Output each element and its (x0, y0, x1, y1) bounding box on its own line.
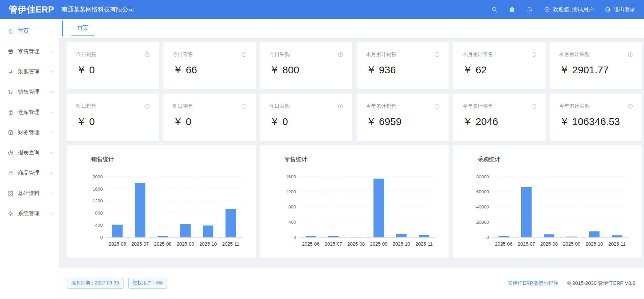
sidebar-item-label: 商品管理 (18, 170, 39, 177)
swap-icon (7, 69, 14, 75)
svg-text:2025-08: 2025-08 (347, 241, 365, 247)
bell-icon[interactable] (526, 6, 533, 13)
app-logo: 管伊佳ERP (0, 4, 59, 16)
stat-cards-grid: 今日销售￥ 0今日零售￥ 66今日采购￥ 800本月累计销售￥ 936本月累计零… (67, 42, 642, 141)
stat-card-head: 本月累计销售 (366, 51, 440, 58)
stat-card-label: 今年累计采购 (559, 103, 590, 109)
footer-badge: 服务到期：2027-09-30 (67, 278, 123, 289)
finance-icon (7, 129, 14, 136)
info-icon[interactable] (338, 103, 343, 109)
stat-card-value: ￥ 6959 (366, 115, 440, 129)
logout-label: 退出登录 (614, 6, 635, 13)
chart-panel-1: 销售统计04008001200160020002025-062025-07202… (67, 145, 256, 257)
tab-home[interactable]: 首页 (72, 21, 94, 36)
svg-text:2025-07: 2025-07 (325, 241, 342, 247)
topbar-actions: 欢迎您, 测试用户 退出登录 (491, 6, 644, 13)
svg-text:2025-08: 2025-08 (540, 241, 558, 247)
svg-text:2025-09: 2025-09 (370, 241, 387, 247)
stat-card: 今日采购￥ 800 (260, 42, 352, 89)
info-icon[interactable] (627, 103, 633, 109)
info-icon[interactable] (627, 52, 633, 57)
stat-card-label: 今日零售 (173, 51, 193, 58)
sidebar-item-cart[interactable]: 销售管理 (0, 82, 59, 102)
sidebar-item-bag[interactable]: 商品管理 (0, 163, 59, 183)
stat-card-value: ￥ 0 (76, 115, 150, 129)
stat-card-value: ￥ 0 (76, 63, 150, 77)
svg-text:2025-11: 2025-11 (222, 241, 240, 247)
cart-icon (7, 89, 14, 95)
logout-button[interactable]: 退出登录 (605, 6, 635, 13)
chart-panel-2: 零售统计0400800120016002025-062025-072025-08… (260, 145, 449, 257)
stat-card-label: 本月累计采购 (559, 51, 590, 58)
stat-card: 今年累计采购￥ 106346.53 (550, 94, 642, 141)
info-icon[interactable] (241, 52, 247, 57)
sidebar-item-gift[interactable]: 零售管理 (0, 41, 59, 61)
sidebar-item-label: 采购管理 (18, 68, 39, 75)
grid-icon (7, 190, 14, 197)
svg-text:1600: 1600 (92, 186, 103, 192)
info-icon[interactable] (144, 103, 150, 109)
search-icon[interactable] (491, 6, 498, 13)
company-name: 南通某某网络科技有限公司 (59, 5, 134, 14)
stat-card-label: 昨日销售 (76, 103, 96, 109)
info-icon[interactable] (241, 103, 247, 109)
svg-text:2025-11: 2025-11 (609, 241, 626, 247)
user-welcome[interactable]: 欢迎您, 测试用户 (544, 6, 594, 13)
sidebar-item-label: 基础资料 (18, 190, 39, 197)
sidebar-item-gear[interactable]: 系统管理 (0, 203, 59, 224)
chevron-down-icon (49, 171, 54, 175)
welcome-text: 欢迎您, 测试用户 (553, 6, 594, 13)
sidebar-item-swap[interactable]: 采购管理 (0, 61, 59, 82)
bank-icon[interactable] (509, 6, 515, 13)
sidebar-item-pie[interactable]: 报表查询 (0, 143, 59, 163)
sidebar-item-label: 财务管理 (18, 129, 39, 136)
svg-text:800: 800 (95, 210, 103, 216)
miniprogram-link[interactable]: 管伊佳ERP微信小程序 (507, 280, 558, 286)
pie-icon (7, 150, 14, 156)
dashboard-page: 今日销售￥ 0今日零售￥ 66今日采购￥ 800本月累计销售￥ 936本月累计零… (59, 39, 644, 299)
stat-card: 本月累计采购￥ 2901.77 (550, 42, 642, 89)
stat-card-head: 今日销售 (76, 51, 150, 58)
stat-card-value: ￥ 66 (173, 63, 247, 77)
chevron-down-icon (49, 151, 54, 155)
info-icon[interactable] (144, 52, 150, 57)
stat-card: 昨日销售￥ 0 (67, 94, 159, 141)
info-icon[interactable] (434, 103, 440, 109)
sidebar-item-label: 零售管理 (18, 48, 39, 55)
info-icon[interactable] (531, 52, 537, 57)
info-icon[interactable] (531, 103, 537, 109)
sidebar-item-finance[interactable]: 财务管理 (0, 122, 59, 143)
svg-text:0: 0 (293, 235, 296, 240)
sidebar-item-home[interactable]: 首页 (0, 21, 59, 41)
info-icon[interactable] (338, 52, 343, 57)
footer-right: 管伊佳ERP微信小程序 © 2015-2030 管伊佳ERP V3.6 (507, 280, 635, 286)
stat-card: 今年累计销售￥ 6959 (357, 94, 449, 141)
svg-text:1600: 1600 (286, 174, 296, 179)
sidebar-item-grid[interactable]: 基础资料 (0, 183, 59, 203)
stat-card-label: 昨日零售 (173, 103, 193, 109)
chevron-down-icon (49, 110, 54, 115)
bar-chart: 04008001200160020002025-062025-072025-08… (79, 171, 249, 253)
chevron-down-icon (49, 49, 54, 54)
sidebar-item-cabinet[interactable]: 仓库管理 (0, 102, 59, 122)
stat-card-head: 今日零售 (173, 51, 247, 58)
sidebar-menu: 首页零售管理采购管理销售管理仓库管理财务管理报表查询商品管理基础资料系统管理 (0, 19, 59, 299)
tab-bar: 首页 (59, 19, 644, 39)
info-icon[interactable] (434, 52, 440, 57)
stat-card: 今日零售￥ 66 (163, 42, 255, 89)
main-layout: 首页零售管理采购管理销售管理仓库管理财务管理报表查询商品管理基础资料系统管理 首… (0, 19, 644, 299)
charts-grid: 销售统计04008001200160020002025-062025-07202… (67, 145, 642, 257)
home-icon (7, 28, 14, 34)
svg-text:2000: 2000 (92, 174, 103, 179)
tab-accent-bar (62, 21, 63, 36)
sidebar-item-label: 销售管理 (18, 89, 39, 96)
content-area: 首页 今日销售￥ 0今日零售￥ 66今日采购￥ 800本月累计销售￥ 936本月… (59, 19, 644, 299)
gift-icon (7, 48, 14, 55)
footer-badges: 服务到期：2027-09-30授权用户：6/8 (67, 278, 167, 289)
stat-card-head: 昨日销售 (76, 103, 150, 109)
svg-text:2025-10: 2025-10 (586, 241, 603, 247)
chevron-down-icon (49, 70, 54, 74)
stat-card: 本月累计零售￥ 62 (453, 42, 545, 89)
stat-card-label: 今年累计销售 (366, 103, 396, 109)
svg-text:1200: 1200 (286, 189, 296, 194)
